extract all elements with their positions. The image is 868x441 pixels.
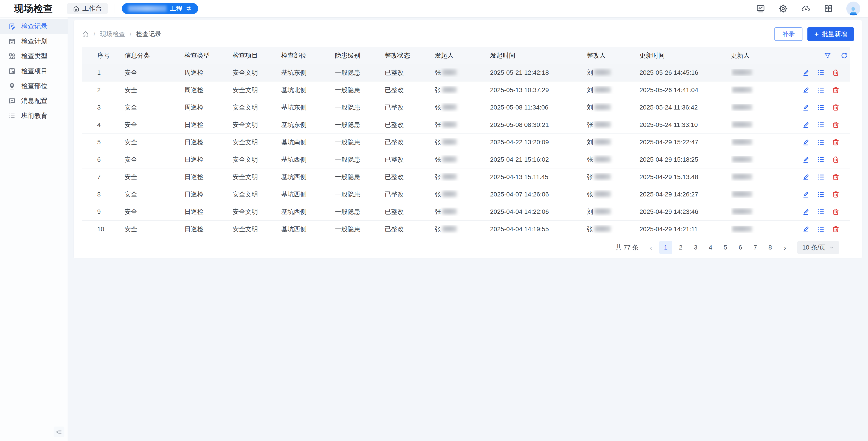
- sidebar-item-inspection-plans[interactable]: 检查计划: [0, 34, 68, 49]
- delete-icon[interactable]: [832, 121, 840, 129]
- edit-icon[interactable]: [802, 208, 810, 216]
- table-row[interactable]: 1安全周巡检安全文明基坑东侧一般隐患已整改张2025-05-21 12:42:1…: [82, 64, 850, 81]
- avatar[interactable]: [846, 2, 860, 15]
- page-button-1[interactable]: 1: [659, 241, 672, 254]
- masked-text: [442, 208, 457, 214]
- detail-list-icon[interactable]: [817, 86, 825, 94]
- table-row[interactable]: 9安全日巡检安全文明基坑西侧一般隐患已整改张2025-04-04 14:22:0…: [82, 203, 850, 220]
- table-row[interactable]: 8安全日巡检安全文明基坑西侧一般隐患已整改张2025-04-07 14:26:0…: [82, 186, 850, 203]
- edit-icon[interactable]: [802, 69, 810, 77]
- page-button-8[interactable]: 8: [764, 241, 776, 254]
- table-row[interactable]: 5安全日巡检安全文明基坑南侧一般隐患已整改张2025-04-22 13:20:0…: [82, 134, 850, 151]
- batch-add-button[interactable]: + 批量新增: [807, 27, 854, 41]
- cell-category: 安全: [125, 155, 184, 164]
- sidebar-item-pre-shift-education[interactable]: 班前教育: [0, 108, 68, 123]
- delete-icon[interactable]: [832, 103, 840, 111]
- cell-part: 基坑东侧: [281, 121, 335, 129]
- detail-list-icon[interactable]: [817, 173, 825, 181]
- edit-icon[interactable]: [802, 156, 810, 164]
- cell-seq: 6: [82, 156, 125, 163]
- edit-icon[interactable]: [802, 86, 810, 94]
- cell-initiator: 张: [435, 68, 490, 77]
- cell-level: 一般隐患: [335, 121, 385, 129]
- detail-list-icon[interactable]: [817, 121, 825, 129]
- delete-icon[interactable]: [832, 208, 840, 216]
- filter-icon[interactable]: [824, 52, 831, 59]
- detail-list-icon[interactable]: [817, 225, 825, 233]
- records-table: 序号 信息分类 检查类型 检查项目 检查部位 隐患级别 整改状态 发起人 发起时…: [82, 47, 850, 238]
- cell-updater: [731, 191, 799, 198]
- cell-start-time: 2025-04-22 13:20:09: [490, 139, 587, 146]
- detail-list-icon[interactable]: [817, 69, 825, 77]
- page-size-label: 10 条/页: [802, 243, 826, 252]
- masked-text: [732, 226, 752, 232]
- page-button-7[interactable]: 7: [749, 241, 762, 254]
- book-icon[interactable]: [824, 4, 833, 13]
- masked-text: [594, 191, 611, 197]
- sidebar-item-label: 检查计划: [21, 37, 48, 46]
- detail-list-icon[interactable]: [817, 208, 825, 216]
- edit-icon[interactable]: [802, 103, 810, 111]
- prev-page-button[interactable]: ‹: [645, 241, 657, 253]
- cell-seq: 9: [82, 208, 125, 215]
- delete-icon[interactable]: [832, 69, 840, 77]
- cell-updater: [731, 226, 799, 233]
- delete-icon[interactable]: [832, 190, 840, 199]
- backfill-button[interactable]: 补录: [774, 27, 802, 41]
- workbench-button[interactable]: 工作台: [67, 3, 108, 14]
- delete-icon[interactable]: [832, 225, 840, 233]
- table-row[interactable]: 2安全周巡检安全文明基坑北侧一般隐患已整改张2025-05-13 10:37:2…: [82, 81, 850, 99]
- delete-icon[interactable]: [832, 86, 840, 94]
- cell-updater: [731, 87, 799, 94]
- refresh-icon[interactable]: [840, 52, 848, 59]
- edit-icon[interactable]: [802, 225, 810, 233]
- cell-seq: 10: [82, 226, 125, 233]
- row-actions: [799, 225, 850, 233]
- delete-icon[interactable]: [832, 173, 840, 181]
- col-header-part: 检查部位: [281, 51, 335, 60]
- table-row[interactable]: 4安全日巡检安全文明基坑东侧一般隐患已整改张2025-05-08 08:30:2…: [82, 116, 850, 134]
- table-row[interactable]: 6安全日巡检安全文明基坑西侧一般隐患已整改张2025-04-21 15:16:0…: [82, 151, 850, 168]
- page-button-6[interactable]: 6: [734, 241, 747, 254]
- home-icon[interactable]: [82, 31, 89, 38]
- detail-list-icon[interactable]: [817, 190, 825, 199]
- gear-icon[interactable]: [778, 4, 788, 13]
- cell-status: 已整改: [385, 138, 435, 146]
- edit-icon[interactable]: [802, 190, 810, 199]
- edit-icon[interactable]: [802, 121, 810, 129]
- cell-rectifier: 张: [587, 173, 640, 181]
- breadcrumb-level1[interactable]: 现场检查: [100, 30, 125, 38]
- table-row[interactable]: 10安全日巡检安全文明基坑西侧一般隐患已整改张2025-04-04 14:19:…: [82, 220, 850, 238]
- sidebar-collapse-icon[interactable]: [54, 427, 64, 437]
- cell-start-time: 2025-04-21 15:16:02: [490, 156, 587, 163]
- table-row[interactable]: 3安全周巡检安全文明基坑东侧一般隐患已整改张2025-05-08 11:34:0…: [82, 99, 850, 116]
- delete-icon[interactable]: [832, 156, 840, 164]
- table-row[interactable]: 7安全日巡检安全文明基坑西侧一般隐患已整改张2025-04-13 15:11:4…: [82, 168, 850, 186]
- cloud-download-icon[interactable]: [801, 4, 811, 13]
- col-header-initiator: 发起人: [435, 51, 490, 60]
- sidebar-item-inspection-types[interactable]: 检查类型: [0, 49, 68, 64]
- page-button-3[interactable]: 3: [689, 241, 702, 254]
- dashboard-icon[interactable]: [756, 4, 765, 13]
- sidebar-item-inspection-records[interactable]: 检查记录: [0, 19, 68, 34]
- detail-list-icon[interactable]: [817, 138, 825, 146]
- sidebar-item-inspection-locations[interactable]: 检查部位: [0, 78, 68, 94]
- sidebar-item-label: 班前教育: [21, 111, 48, 121]
- page-button-4[interactable]: 4: [704, 241, 717, 254]
- sidebar-item-message-config[interactable]: 消息配置: [0, 94, 68, 108]
- page-button-5[interactable]: 5: [719, 241, 732, 254]
- project-switcher[interactable]: 工程: [122, 3, 198, 14]
- delete-icon[interactable]: [832, 138, 840, 146]
- detail-list-icon[interactable]: [817, 103, 825, 111]
- page-size-select[interactable]: 10 条/页: [797, 241, 839, 254]
- edit-icon[interactable]: [802, 173, 810, 181]
- cell-seq: 4: [82, 121, 125, 129]
- detail-list-icon[interactable]: [817, 156, 825, 164]
- cell-part: 基坑西侧: [281, 190, 335, 199]
- cell-type: 日巡检: [184, 121, 232, 129]
- next-page-button[interactable]: ›: [779, 241, 791, 253]
- edit-icon[interactable]: [802, 138, 810, 146]
- page-button-2[interactable]: 2: [674, 241, 687, 254]
- cell-item: 安全文明: [232, 86, 281, 94]
- sidebar-item-inspection-items[interactable]: 检查项目: [0, 64, 68, 78]
